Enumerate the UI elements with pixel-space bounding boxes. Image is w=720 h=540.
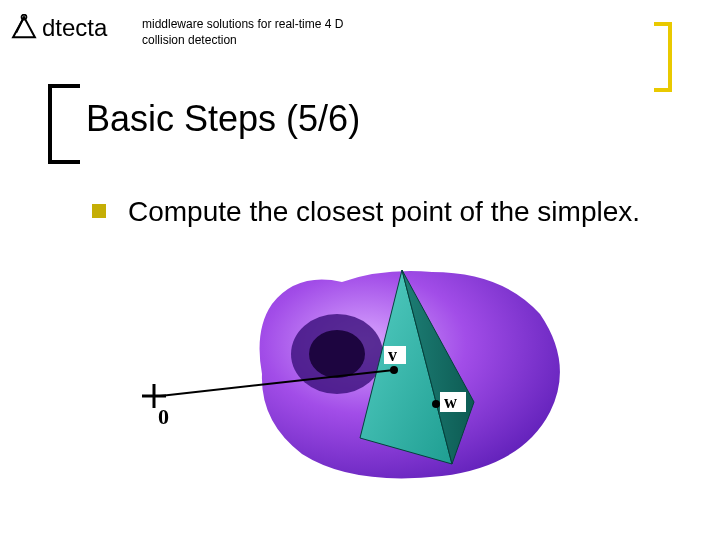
point-v: [390, 366, 398, 374]
simplex-figure: 0 v w: [142, 264, 582, 494]
tagline: middleware solutions for real-time 4 D c…: [142, 16, 382, 48]
logo-mark-icon: [8, 14, 40, 42]
label-v: v: [388, 345, 397, 365]
bracket-left-icon: [48, 84, 80, 164]
bullet-marker-icon: [92, 204, 106, 218]
bracket-right-icon: [654, 22, 672, 92]
slide-title: Basic Steps (5/6): [86, 98, 360, 140]
point-w: [432, 400, 440, 408]
svg-point-2: [309, 330, 365, 378]
origin-label: 0: [158, 404, 169, 429]
bullet-text: Compute the closest point of the simplex…: [128, 194, 640, 229]
label-w: w: [444, 392, 457, 412]
logo: dtecta: [8, 14, 107, 42]
logo-text: dtecta: [42, 14, 107, 42]
